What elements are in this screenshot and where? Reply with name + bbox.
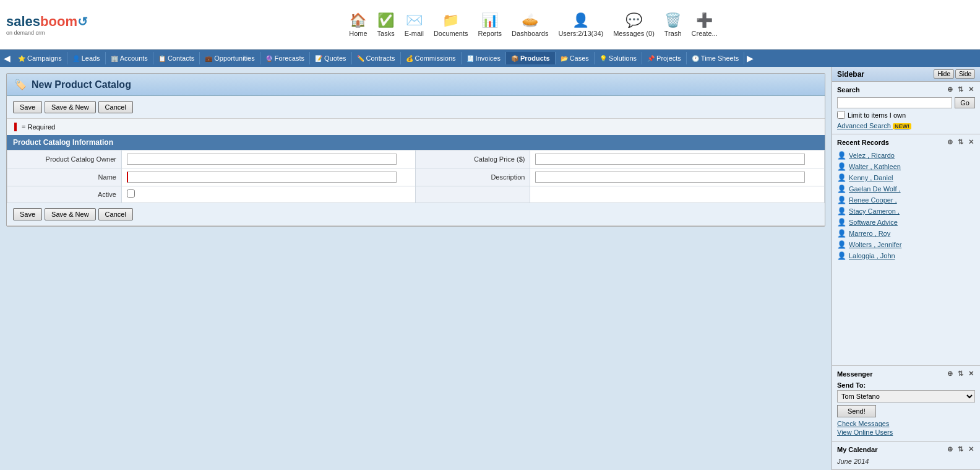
top-icon-documents[interactable]: 📁Documents: [434, 12, 468, 37]
quotes-nav-label: Quotes: [324, 54, 346, 62]
recent-records-title: Recent Records: [837, 139, 889, 146]
top-icon-reports[interactable]: 📊Reports: [478, 12, 502, 37]
top-icon-users[interactable]: 👤Users:2/13(34): [558, 12, 603, 37]
save-button-bottom[interactable]: Save: [13, 208, 42, 220]
nav-item-projects[interactable]: 📌Projects: [642, 52, 687, 64]
nav-item-timesheets[interactable]: 🕐Time Sheets: [687, 52, 744, 64]
record-link[interactable]: Marrero , Roy: [849, 230, 890, 237]
messenger-expand-icon[interactable]: ⊕: [946, 370, 954, 378]
record-link[interactable]: Laloggia , John: [849, 252, 895, 259]
name-input[interactable]: [127, 172, 397, 183]
record-link[interactable]: Software Advice: [849, 219, 898, 226]
list-item[interactable]: 👤Velez , Ricardo: [837, 150, 975, 161]
table-row: Product Catalog Owner Catalog Price ($): [7, 150, 825, 168]
search-expand-icon[interactable]: ⊕: [946, 85, 954, 94]
calendar-close-icon[interactable]: ✕: [967, 445, 975, 453]
nav-left-arrow[interactable]: ◀: [1, 53, 13, 63]
record-link[interactable]: Walter , Kathleen: [849, 163, 901, 170]
hide-button[interactable]: Hide: [934, 69, 954, 79]
list-item[interactable]: 👤Laloggia , John: [837, 250, 975, 261]
nav-right-arrow[interactable]: ▶: [744, 53, 756, 63]
contacts-nav-label: Contacts: [168, 54, 194, 62]
send-button[interactable]: Send!: [837, 405, 876, 417]
calendar-subtitle: June 2014: [837, 458, 869, 465]
section-header: Product Catalog Information: [7, 135, 825, 150]
check-messages-link[interactable]: Check Messages: [837, 420, 975, 427]
person-icon: 👤: [837, 251, 846, 260]
nav-item-contracts[interactable]: ✏️Contracts: [352, 52, 401, 64]
list-item[interactable]: 👤Stacy Cameron ,: [837, 206, 975, 217]
calendar-title: My Calendar: [837, 446, 877, 453]
search-close-icon[interactable]: ✕: [967, 85, 975, 94]
forecasts-nav-icon: 🔮: [265, 55, 273, 62]
list-item[interactable]: 👤Software Advice: [837, 217, 975, 228]
description-input[interactable]: [535, 172, 805, 183]
person-icon: 👤: [837, 218, 846, 227]
cancel-button-bottom[interactable]: Cancel: [98, 208, 133, 220]
nav-item-invoices[interactable]: 🧾Invoices: [462, 52, 506, 64]
products-nav-label: Products: [520, 54, 550, 62]
record-link[interactable]: Renee Cooper ,: [849, 196, 897, 204]
search-input[interactable]: [837, 97, 952, 108]
record-link[interactable]: Stacy Cameron ,: [849, 207, 900, 215]
nav-item-accounts[interactable]: 🏢Accounts: [106, 52, 153, 64]
top-icon-trash[interactable]: 🗑️Trash: [664, 12, 682, 37]
advanced-search-link[interactable]: Advanced Search NEW!: [837, 122, 911, 129]
nav-item-forecasts[interactable]: 🔮Forecasts: [260, 52, 310, 64]
record-link[interactable]: Gaelan De Wolf ,: [849, 185, 901, 193]
owner-input[interactable]: [127, 154, 397, 165]
search-move-icon[interactable]: ⇅: [956, 85, 965, 94]
list-item[interactable]: 👤Walter , Kathleen: [837, 161, 975, 172]
send-to-select[interactable]: Tom Stefano: [837, 390, 975, 403]
accounts-nav-label: Accounts: [120, 54, 148, 62]
owner-label: Product Catalog Owner: [7, 150, 122, 168]
recent-move-icon[interactable]: ⇅: [956, 138, 965, 146]
dashboards-icon: 🥧: [522, 12, 538, 28]
list-item[interactable]: 👤Renee Cooper ,: [837, 194, 975, 206]
documents-label: Documents: [434, 30, 468, 37]
active-checkbox[interactable]: [127, 189, 135, 198]
nav-item-leads[interactable]: 👤Leads: [67, 52, 106, 64]
sidebar-header: Sidebar Hide Side: [832, 67, 980, 82]
nav-item-quotes[interactable]: 📝Quotes: [310, 52, 351, 64]
top-icon-create[interactable]: ➕Create...: [692, 12, 718, 37]
top-icon-tasks[interactable]: ✅Tasks: [377, 12, 395, 37]
side-button[interactable]: Side: [955, 69, 975, 79]
list-item[interactable]: 👤Wolters , Jennifer: [837, 239, 975, 250]
calendar-move-icon[interactable]: ⇅: [956, 445, 965, 453]
search-go-button[interactable]: Go: [955, 97, 975, 108]
record-link[interactable]: Wolters , Jennifer: [849, 241, 901, 248]
table-row: Active: [7, 186, 825, 203]
save-button-top[interactable]: Save: [13, 101, 42, 113]
recent-expand-icon[interactable]: ⊕: [946, 138, 954, 146]
nav-item-commissions[interactable]: 💰Commissions: [401, 52, 462, 64]
limit-checkbox[interactable]: [837, 111, 845, 119]
nav-item-campaigns[interactable]: ⭐Campaigns: [13, 52, 67, 64]
record-link[interactable]: Velez , Ricardo: [849, 152, 895, 159]
nav-item-contacts[interactable]: 📋Contacts: [153, 52, 200, 64]
list-item[interactable]: 👤Marrero , Roy: [837, 228, 975, 239]
messenger-move-icon[interactable]: ⇅: [956, 370, 965, 378]
nav-item-solutions[interactable]: 💡Solutions: [595, 52, 642, 64]
top-icon-email[interactable]: ✉️E-mail: [405, 12, 424, 37]
nav-item-cases[interactable]: 📂Cases: [556, 52, 595, 64]
description-value: [530, 168, 825, 186]
campaigns-nav-label: Campaigns: [27, 54, 62, 62]
price-input[interactable]: [535, 154, 805, 165]
view-online-link[interactable]: View Online Users: [837, 429, 975, 436]
list-item[interactable]: 👤Gaelan De Wolf ,: [837, 183, 975, 194]
record-link[interactable]: Kenny , Daniel: [849, 174, 893, 181]
recent-close-icon[interactable]: ✕: [967, 138, 975, 146]
save-new-button-top[interactable]: Save & New: [45, 101, 96, 113]
nav-item-products[interactable]: 📦Products: [506, 52, 556, 64]
cancel-button-top[interactable]: Cancel: [98, 101, 133, 113]
nav-item-opportunities[interactable]: 💼Opportunities: [200, 52, 260, 64]
messenger-close-icon[interactable]: ✕: [967, 370, 975, 378]
owner-value: [121, 150, 416, 168]
top-icon-dashboards[interactable]: 🥧Dashboards: [512, 12, 548, 37]
top-icon-messages[interactable]: 💬Messages (0): [613, 12, 655, 37]
list-item[interactable]: 👤Kenny , Daniel: [837, 172, 975, 183]
top-icon-home[interactable]: 🏠Home: [349, 12, 367, 37]
calendar-expand-icon[interactable]: ⊕: [946, 445, 954, 453]
save-new-button-bottom[interactable]: Save & New: [45, 208, 96, 220]
